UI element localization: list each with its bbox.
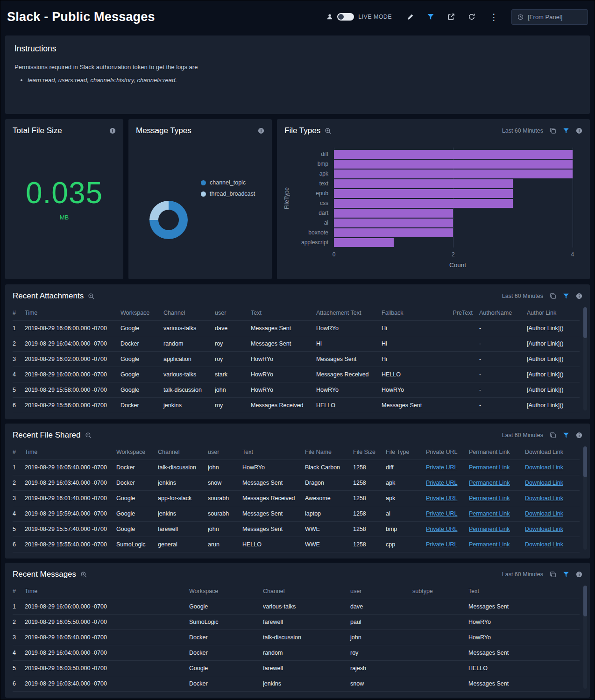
refresh-icon[interactable] — [468, 13, 475, 21]
column-header[interactable]: Time — [25, 306, 120, 321]
vertical-scrollbar[interactable] — [583, 586, 587, 689]
column-header[interactable]: Text — [251, 306, 316, 321]
info-icon[interactable] — [576, 571, 582, 578]
table-link[interactable]: Private URL — [426, 541, 457, 548]
table-link[interactable]: Permanent Link — [469, 480, 510, 486]
info-icon[interactable] — [109, 127, 116, 134]
bar[interactable] — [334, 189, 513, 198]
column-header[interactable]: Text — [468, 585, 580, 599]
table-link[interactable]: Private URL — [426, 495, 457, 502]
column-header[interactable]: # — [13, 445, 25, 460]
copy-icon[interactable] — [550, 571, 556, 578]
column-header[interactable]: Workspace — [116, 445, 158, 460]
column-header[interactable]: Workspace — [189, 585, 263, 599]
table-link[interactable]: Permanent Link — [469, 464, 510, 471]
column-header[interactable]: user — [208, 445, 242, 460]
table-link[interactable]: Permanent Link — [469, 510, 510, 517]
zoom-in-icon[interactable] — [80, 571, 87, 578]
user-icon[interactable] — [326, 14, 333, 20]
live-mode-toggle[interactable] — [337, 13, 354, 21]
filter-icon[interactable] — [563, 432, 569, 438]
bar[interactable] — [334, 199, 513, 208]
copy-icon[interactable] — [550, 432, 556, 438]
column-header[interactable]: Attachement Text — [316, 306, 382, 321]
share-icon[interactable] — [447, 13, 455, 21]
time-range-label[interactable]: Last 60 Minutes — [502, 432, 543, 438]
column-header[interactable]: Channel — [163, 306, 215, 321]
kebab-menu-icon[interactable]: ⋮ — [489, 13, 499, 21]
column-header[interactable]: File Type — [386, 445, 426, 460]
column-header[interactable]: Author Link — [527, 306, 580, 321]
column-header[interactable]: Permanent Link — [469, 445, 525, 460]
filter-icon[interactable] — [427, 13, 434, 21]
table-link[interactable]: Download Link — [525, 510, 563, 517]
column-header[interactable]: Channel — [158, 445, 208, 460]
table-link[interactable]: Permanent Link — [469, 541, 510, 548]
table-link[interactable]: Download Link — [525, 480, 563, 486]
bar[interactable] — [334, 219, 453, 227]
zoom-in-icon[interactable] — [325, 127, 332, 134]
bar[interactable] — [334, 160, 573, 169]
filter-icon[interactable] — [563, 571, 569, 578]
column-header[interactable]: user — [215, 306, 251, 321]
panel-title: Total File Size — [13, 126, 62, 135]
bar-row — [334, 218, 581, 228]
time-range-label[interactable]: Last 60 Minutes — [502, 571, 543, 578]
column-header[interactable]: File Name — [305, 445, 353, 460]
table-link[interactable]: Private URL — [426, 464, 457, 471]
column-header[interactable]: Download Link — [525, 445, 580, 460]
column-header[interactable]: PreText — [446, 306, 479, 321]
bar[interactable] — [334, 170, 573, 178]
column-header[interactable]: Workspace — [120, 306, 163, 321]
zoom-in-icon[interactable] — [88, 293, 95, 300]
column-header[interactable]: Fallback — [382, 306, 446, 321]
table-link[interactable]: Download Link — [525, 495, 563, 502]
bar[interactable] — [334, 228, 453, 237]
vertical-scrollbar[interactable] — [583, 446, 587, 550]
column-header[interactable]: AuthorName — [479, 306, 527, 321]
column-header[interactable]: Private URL — [426, 445, 469, 460]
bar[interactable] — [334, 209, 453, 218]
table-link[interactable]: Download Link — [525, 541, 563, 548]
bar[interactable] — [334, 179, 513, 188]
table-link[interactable]: Private URL — [426, 526, 457, 532]
legend-item[interactable]: channel_topic — [201, 179, 255, 186]
legend-item[interactable]: thread_broadcast — [201, 191, 255, 197]
info-icon[interactable] — [576, 127, 582, 134]
table-cell: Docker — [116, 460, 158, 475]
table-link[interactable]: Private URL — [426, 510, 457, 517]
column-header[interactable]: subtype — [412, 585, 468, 599]
edit-icon[interactable] — [407, 14, 414, 21]
scrollbar-thumb[interactable] — [583, 446, 587, 477]
scrollbar-thumb[interactable] — [583, 586, 587, 616]
scrollbar-thumb[interactable] — [583, 307, 587, 338]
time-range-label[interactable]: Last 60 Minutes — [502, 127, 543, 134]
table-link[interactable]: Download Link — [525, 526, 563, 532]
column-header[interactable]: Time — [25, 585, 189, 599]
info-icon[interactable] — [576, 432, 582, 438]
column-header[interactable]: # — [13, 306, 25, 321]
info-icon[interactable] — [258, 127, 264, 134]
info-icon[interactable] — [576, 293, 582, 299]
zoom-in-icon[interactable] — [85, 432, 92, 439]
time-range-selector[interactable]: [From Panel] — [511, 9, 588, 25]
table-link[interactable]: Permanent Link — [469, 495, 510, 502]
column-header[interactable]: Text — [242, 445, 305, 460]
table-link[interactable]: Private URL — [426, 480, 457, 486]
vertical-scrollbar[interactable] — [583, 307, 587, 410]
bar[interactable] — [334, 238, 394, 247]
copy-icon[interactable] — [550, 127, 556, 134]
table-link[interactable]: Permanent Link — [469, 526, 510, 532]
column-header[interactable]: # — [13, 585, 25, 599]
time-range-label[interactable]: Last 60 Minutes — [502, 293, 543, 299]
copy-icon[interactable] — [550, 293, 556, 299]
message-types-donut[interactable] — [149, 201, 188, 239]
filter-icon[interactable] — [563, 293, 569, 299]
column-header[interactable]: Channel — [263, 585, 350, 599]
column-header[interactable]: Time — [25, 445, 116, 460]
bar[interactable] — [334, 150, 573, 159]
table-link[interactable]: Download Link — [525, 464, 563, 471]
filter-icon[interactable] — [563, 127, 569, 134]
column-header[interactable]: File Size — [353, 445, 386, 460]
column-header[interactable]: user — [350, 585, 412, 599]
